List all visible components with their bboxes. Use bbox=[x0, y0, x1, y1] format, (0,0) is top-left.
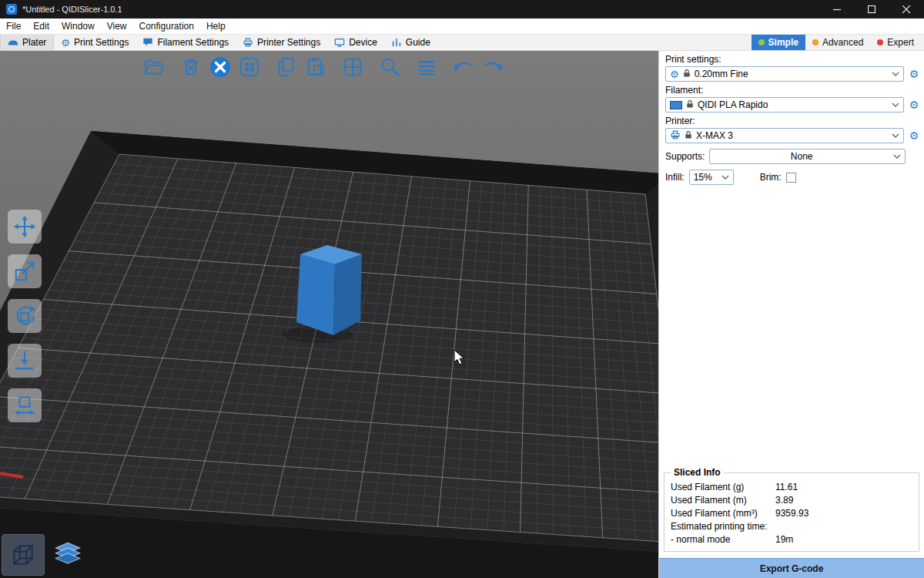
menu-view[interactable]: View bbox=[101, 18, 133, 34]
titlebar: *Untitled - QIDISlicer-1.0.1 bbox=[0, 0, 924, 18]
model-cube[interactable] bbox=[296, 245, 362, 335]
sliced-info-row: Used Filament (mm³) 9359.93 bbox=[671, 508, 912, 519]
rotate-icon bbox=[13, 304, 36, 328]
maximize-button[interactable] bbox=[855, 0, 889, 18]
scale-icon bbox=[13, 260, 36, 283]
qidislicer-window: *Untitled - QIDISlicer-1.0.1 File Edit W… bbox=[0, 0, 924, 578]
tabbar: Plater ⚙ Print Settings Filament Setting… bbox=[0, 34, 924, 51]
delete-all-button[interactable] bbox=[207, 54, 233, 80]
chevron-down-icon bbox=[892, 102, 899, 108]
place-on-face-tool-button[interactable] bbox=[8, 344, 42, 378]
guide-icon bbox=[391, 37, 402, 48]
print-settings-select[interactable]: ⚙ 0.20mm Fine bbox=[665, 66, 904, 82]
place-on-face-icon bbox=[13, 349, 36, 372]
menu-configuration[interactable]: Configuration bbox=[133, 18, 200, 34]
sliced-info-row: Estimated printing time: bbox=[671, 521, 912, 532]
printer-select[interactable]: X-MAX 3 bbox=[665, 128, 904, 143]
viewport-3d[interactable] bbox=[0, 51, 658, 578]
mode-advanced[interactable]: Advanced bbox=[805, 35, 870, 50]
mode-simple[interactable]: Simple bbox=[752, 35, 805, 50]
infill-select[interactable]: 15% bbox=[689, 170, 734, 185]
supports-select[interactable]: None bbox=[709, 149, 906, 164]
print-settings-label: Print settings: bbox=[665, 54, 918, 65]
plater-icon bbox=[8, 37, 18, 48]
print-settings-gear-button[interactable]: ⚙ bbox=[908, 69, 920, 79]
move-tool-button[interactable] bbox=[8, 210, 42, 244]
expert-mode-dot-icon bbox=[877, 39, 883, 45]
chevron-down-icon bbox=[892, 133, 899, 139]
menu-help[interactable]: Help bbox=[200, 18, 232, 34]
variable-layer-height-button[interactable] bbox=[413, 54, 440, 80]
copy-icon bbox=[275, 55, 298, 79]
supports-label: Supports: bbox=[665, 151, 705, 162]
menu-edit[interactable]: Edit bbox=[27, 18, 55, 34]
chevron-down-icon bbox=[893, 154, 901, 160]
tab-printer-settings[interactable]: Printer Settings bbox=[236, 35, 327, 50]
open-project-button[interactable] bbox=[141, 54, 167, 80]
preview-view-button[interactable] bbox=[46, 534, 89, 576]
lock-icon bbox=[686, 99, 694, 111]
tab-device[interactable]: Device bbox=[327, 35, 384, 50]
settings-sidebar: Print settings: ⚙ 0.20mm Fine ⚙ Filament… bbox=[658, 51, 924, 578]
advanced-mode-dot-icon bbox=[812, 39, 819, 45]
view-mode-toggle bbox=[2, 534, 89, 576]
search-icon bbox=[378, 55, 401, 79]
printer-gear-button[interactable]: ⚙ bbox=[908, 130, 920, 141]
mode-expert[interactable]: Expert bbox=[870, 35, 921, 50]
sliced-info-panel: Sliced Info Used Filament (g) 11.61 Used… bbox=[664, 472, 919, 552]
scale-tool-button[interactable] bbox=[8, 254, 42, 288]
tab-plater[interactable]: Plater bbox=[0, 35, 54, 50]
sliced-info-row: Used Filament (m) 3.89 bbox=[671, 495, 912, 506]
infill-label: Infill: bbox=[665, 172, 685, 183]
lock-icon bbox=[683, 69, 691, 80]
chevron-down-icon bbox=[892, 72, 899, 77]
menubar: File Edit Window View Configuration Help bbox=[0, 18, 924, 34]
copy-button[interactable] bbox=[273, 54, 300, 80]
redo-button[interactable] bbox=[480, 54, 506, 80]
editor-3d-view-button[interactable] bbox=[2, 534, 45, 576]
print-bed-scene bbox=[0, 51, 658, 578]
measure-icon bbox=[13, 394, 36, 417]
undo-icon bbox=[451, 55, 476, 79]
gear-icon: ⚙ bbox=[61, 38, 70, 48]
paste-button[interactable] bbox=[303, 54, 329, 80]
undo-button[interactable] bbox=[450, 54, 477, 80]
delete-button[interactable] bbox=[178, 54, 204, 80]
infill-value: 15% bbox=[694, 172, 718, 183]
device-icon bbox=[334, 37, 345, 48]
minimize-button[interactable] bbox=[820, 0, 855, 18]
filament-icon bbox=[142, 37, 153, 48]
brim-checkbox[interactable] bbox=[786, 173, 796, 183]
sliced-info-title: Sliced Info bbox=[671, 467, 724, 478]
printer-icon bbox=[243, 37, 253, 48]
tab-filament-settings[interactable]: Filament Settings bbox=[136, 35, 236, 50]
layers-stack-icon bbox=[54, 542, 82, 568]
paste-icon bbox=[304, 55, 327, 79]
rotate-tool-button[interactable] bbox=[8, 299, 42, 333]
tab-print-settings[interactable]: ⚙ Print Settings bbox=[54, 35, 136, 50]
folder-open-icon bbox=[142, 55, 166, 79]
filament-gear-button[interactable]: ⚙ bbox=[908, 99, 920, 110]
layers-icon bbox=[415, 55, 438, 79]
filament-color-swatch bbox=[670, 101, 682, 109]
gear-icon: ⚙ bbox=[670, 69, 679, 79]
split-objects-button[interactable] bbox=[340, 54, 366, 80]
brim-label: Brim: bbox=[760, 172, 782, 183]
filament-select[interactable]: QIDI PLA Rapido bbox=[665, 97, 904, 113]
menu-window[interactable]: Window bbox=[55, 18, 101, 34]
menu-file[interactable]: File bbox=[0, 18, 27, 34]
window-controls bbox=[820, 0, 924, 18]
gizmo-toolbar bbox=[8, 210, 42, 422]
printer-icon bbox=[670, 129, 681, 143]
filament-label: Filament: bbox=[665, 85, 918, 96]
printer-value: X-MAX 3 bbox=[696, 130, 888, 141]
supports-value: None bbox=[714, 151, 889, 162]
close-button[interactable] bbox=[889, 0, 924, 18]
search-button[interactable] bbox=[377, 54, 403, 80]
arrange-button[interactable] bbox=[236, 54, 263, 80]
export-gcode-button[interactable]: Export G-code bbox=[659, 558, 924, 578]
tab-guide[interactable]: Guide bbox=[384, 35, 437, 50]
measure-tool-button[interactable] bbox=[8, 388, 42, 422]
cube-wireframe-icon bbox=[10, 542, 36, 568]
app-logo-icon bbox=[6, 4, 17, 15]
